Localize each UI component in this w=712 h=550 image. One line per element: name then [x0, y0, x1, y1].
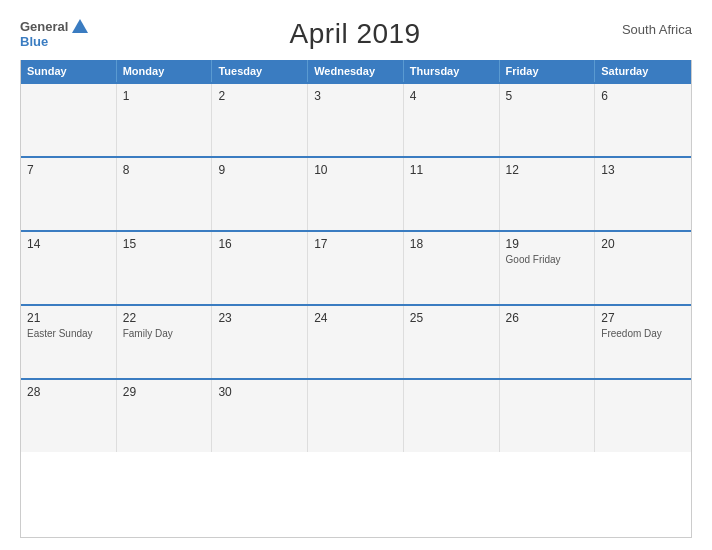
cal-cell-w4-thu: 25 — [404, 306, 500, 378]
cal-cell-w5-fri — [500, 380, 596, 452]
cal-cell-w2-mon: 8 — [117, 158, 213, 230]
cal-cell-w1-fri: 5 — [500, 84, 596, 156]
cal-cell-w3-mon: 15 — [117, 232, 213, 304]
cal-cell-w2-sat: 13 — [595, 158, 691, 230]
cal-cell-w4-fri: 26 — [500, 306, 596, 378]
cal-cell-w1-wed: 3 — [308, 84, 404, 156]
cal-cell-w3-thu: 18 — [404, 232, 500, 304]
cal-cell-w4-tue: 23 — [212, 306, 308, 378]
cal-cell-w5-sat — [595, 380, 691, 452]
logo-triangle-icon — [72, 19, 88, 33]
calendar-week-2: 7 8 9 10 11 12 13 — [21, 156, 691, 230]
cal-cell-w4-sat: 27 Freedom Day — [595, 306, 691, 378]
calendar-week-1: 1 2 3 4 5 6 — [21, 82, 691, 156]
cal-cell-w1-mon: 1 — [117, 84, 213, 156]
cal-cell-w4-wed: 24 — [308, 306, 404, 378]
cal-cell-w3-wed: 17 — [308, 232, 404, 304]
cal-cell-w2-fri: 12 — [500, 158, 596, 230]
logo-general-text: General — [20, 19, 68, 34]
header-friday: Friday — [500, 60, 596, 82]
cal-cell-w1-sun — [21, 84, 117, 156]
cal-cell-w5-tue: 30 — [212, 380, 308, 452]
calendar-body: 1 2 3 4 5 6 7 8 9 10 11 12 13 14 15 16 — [21, 82, 691, 452]
cal-cell-w5-wed — [308, 380, 404, 452]
header-wednesday: Wednesday — [308, 60, 404, 82]
header-thursday: Thursday — [404, 60, 500, 82]
cal-cell-w3-sun: 14 — [21, 232, 117, 304]
cal-cell-w5-thu — [404, 380, 500, 452]
calendar-header: Sunday Monday Tuesday Wednesday Thursday… — [21, 60, 691, 82]
calendar-page: General Blue April 2019 South Africa Sun… — [0, 0, 712, 550]
header: General Blue April 2019 South Africa — [20, 18, 692, 50]
cal-cell-w4-sun: 21 Easter Sunday — [21, 306, 117, 378]
cal-cell-w2-thu: 11 — [404, 158, 500, 230]
calendar-week-4: 21 Easter Sunday 22 Family Day 23 24 25 … — [21, 304, 691, 378]
country-label: South Africa — [622, 22, 692, 37]
header-tuesday: Tuesday — [212, 60, 308, 82]
cal-cell-w2-wed: 10 — [308, 158, 404, 230]
cal-cell-w3-tue: 16 — [212, 232, 308, 304]
good-friday-label: Good Friday — [506, 254, 589, 265]
family-day-label: Family Day — [123, 328, 206, 339]
header-monday: Monday — [117, 60, 213, 82]
cal-cell-w1-tue: 2 — [212, 84, 308, 156]
logo: General Blue — [20, 19, 88, 49]
cal-cell-w5-sun: 28 — [21, 380, 117, 452]
freedom-day-label: Freedom Day — [601, 328, 685, 339]
cal-cell-w1-thu: 4 — [404, 84, 500, 156]
cal-cell-w2-tue: 9 — [212, 158, 308, 230]
calendar-week-3: 14 15 16 17 18 19 Good Friday 20 — [21, 230, 691, 304]
header-saturday: Saturday — [595, 60, 691, 82]
cal-cell-w2-sun: 7 — [21, 158, 117, 230]
cal-cell-w1-sat: 6 — [595, 84, 691, 156]
logo-blue-text: Blue — [20, 34, 48, 49]
cal-cell-w5-mon: 29 — [117, 380, 213, 452]
calendar-week-5: 28 29 30 — [21, 378, 691, 452]
cal-cell-w4-mon: 22 Family Day — [117, 306, 213, 378]
calendar-title: April 2019 — [290, 18, 421, 50]
calendar-table: Sunday Monday Tuesday Wednesday Thursday… — [20, 60, 692, 538]
header-sunday: Sunday — [21, 60, 117, 82]
cal-cell-w3-sat: 20 — [595, 232, 691, 304]
easter-sunday-label: Easter Sunday — [27, 328, 110, 339]
cal-cell-w3-fri: 19 Good Friday — [500, 232, 596, 304]
